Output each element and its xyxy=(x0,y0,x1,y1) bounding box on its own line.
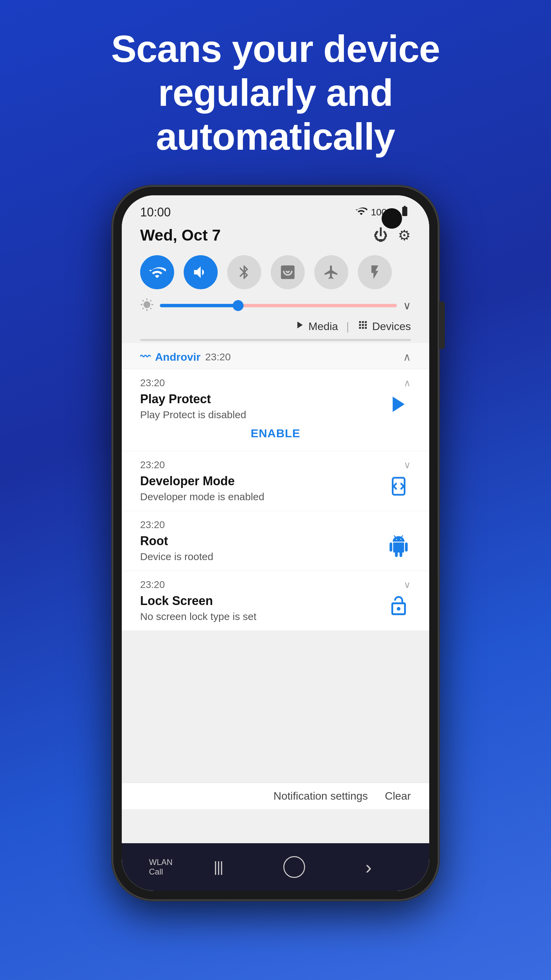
notif-root-content: Root Device is rooted xyxy=(140,534,411,563)
toggle-wifi[interactable] xyxy=(140,255,174,289)
notif-lock-chevron-down[interactable]: ∨ xyxy=(404,579,411,590)
notification-settings-button[interactable]: Notification settings xyxy=(273,790,368,802)
brightness-track[interactable] xyxy=(160,304,397,307)
media-devices-separator: | xyxy=(346,320,349,333)
brightness-icon xyxy=(140,298,154,313)
wifi-icon xyxy=(355,205,367,220)
androvir-app-name: Androvir xyxy=(155,351,200,363)
date-actions: ⏻ ⚙ xyxy=(373,227,411,243)
media-label: Media xyxy=(308,320,338,333)
phone-screen: 10:00 100% Wed, Oct 7 ⏻ ⚙ xyxy=(122,195,429,891)
devices-button[interactable]: Devices xyxy=(357,319,411,334)
notif-play-protect-text: Play Protect Play Protect is disabled xyxy=(140,392,381,421)
notif-lock-header: 23:20 ∨ xyxy=(140,579,411,590)
headline: Scans your deviceregularly andautomatica… xyxy=(91,27,460,159)
notifications-divider xyxy=(140,339,411,341)
notif-root-desc: Device is rooted xyxy=(140,551,381,563)
notif-developer-desc: Developer mode is enabled xyxy=(140,491,381,503)
notif-root-header: 23:20 xyxy=(140,519,411,530)
notif-lock-icon xyxy=(386,594,411,618)
media-devices-row: Media | Devices xyxy=(122,316,429,337)
androvir-group-time: 23:20 xyxy=(205,351,230,363)
enable-button[interactable]: Enable xyxy=(251,427,300,440)
nav-back-button[interactable]: ‹ xyxy=(365,856,372,878)
phone-mockup: 10:00 100% Wed, Oct 7 ⏻ ⚙ xyxy=(112,186,439,900)
notif-developer-title: Developer Mode xyxy=(140,474,381,488)
notif-developer-chevron-down[interactable]: ∨ xyxy=(404,460,411,471)
brightness-expand-icon[interactable]: ∨ xyxy=(403,299,411,312)
toggle-airplane[interactable] xyxy=(314,255,348,289)
notif-lock-desc: No screen lock type is set xyxy=(140,611,381,622)
brightness-bar: ∨ xyxy=(122,295,429,316)
notifications-area: 〰 Androvir 23:20 ∧ 23:20 ∧ Play Protect … xyxy=(122,343,429,631)
toggle-nfc[interactable] xyxy=(271,255,305,289)
notif-play-protect-chevron-up[interactable]: ∧ xyxy=(404,377,411,388)
notif-developer-time: 23:20 xyxy=(140,460,165,471)
media-button[interactable]: Media xyxy=(294,319,338,334)
quick-toggles xyxy=(122,251,429,295)
notif-play-protect-content: Play Protect Play Protect is disabled xyxy=(140,392,411,421)
media-play-icon xyxy=(294,319,305,334)
notif-bottom-bar: Notification settings Clear xyxy=(122,783,429,809)
notif-lock-screen: 23:20 ∨ Lock Screen No screen lock type … xyxy=(122,571,429,631)
notif-lock-time: 23:20 xyxy=(140,579,165,590)
notif-developer-header: 23:20 ∨ xyxy=(140,460,411,471)
nav-recents-button[interactable]: ||| xyxy=(214,859,223,875)
notif-play-protect-title: Play Protect xyxy=(140,392,381,406)
toggle-bluetooth[interactable] xyxy=(227,255,261,289)
power-icon[interactable]: ⏻ xyxy=(373,227,388,243)
navigation-bar: WLAN Call ||| ‹ xyxy=(122,843,429,891)
notif-group-header[interactable]: 〰 Androvir 23:20 ∧ xyxy=(122,343,429,369)
notif-play-protect-header: 23:20 ∧ xyxy=(140,377,411,388)
notif-group-title: 〰 Androvir 23:20 xyxy=(140,351,230,363)
notif-developer-text: Developer Mode Developer mode is enabled xyxy=(140,474,381,503)
headline-text: Scans your deviceregularly andautomatica… xyxy=(111,27,440,158)
camera-hole xyxy=(382,208,402,229)
notif-developer-icon xyxy=(386,474,411,498)
notif-root-time: 23:20 xyxy=(140,519,165,530)
notif-root-icon xyxy=(386,534,411,558)
status-time: 10:00 xyxy=(140,205,171,220)
settings-icon[interactable]: ⚙ xyxy=(398,227,411,243)
notif-play-protect-time: 23:20 xyxy=(140,377,165,388)
notif-root-text: Root Device is rooted xyxy=(140,534,381,563)
devices-label: Devices xyxy=(372,320,411,333)
brightness-thumb xyxy=(233,300,243,311)
devices-grid-icon xyxy=(357,319,369,334)
notif-play-protect: 23:20 ∧ Play Protect Play Protect is dis… xyxy=(122,369,429,451)
nav-home-button[interactable] xyxy=(283,856,305,878)
toggle-flashlight[interactable] xyxy=(358,255,392,289)
notif-play-protect-desc: Play Protect is disabled xyxy=(140,409,381,421)
wlan-call-label: WLAN Call xyxy=(149,858,183,877)
notif-lock-content: Lock Screen No screen lock type is set xyxy=(140,594,411,622)
svg-marker-0 xyxy=(393,397,405,412)
date-text: Wed, Oct 7 xyxy=(140,226,221,244)
notif-play-protect-icon xyxy=(386,392,411,417)
notif-play-protect-action-row: Enable xyxy=(140,421,411,443)
group-collapse-icon[interactable]: ∧ xyxy=(403,350,411,363)
androvir-wave-icon: 〰 xyxy=(140,351,150,363)
toggle-sound[interactable] xyxy=(184,255,218,289)
date-bar: Wed, Oct 7 ⏻ ⚙ xyxy=(122,223,429,251)
notif-lock-text: Lock Screen No screen lock type is set xyxy=(140,594,381,622)
notif-developer-content: Developer Mode Developer mode is enabled xyxy=(140,474,411,503)
notif-root-title: Root xyxy=(140,534,381,548)
notif-root: 23:20 Root Device is rooted xyxy=(122,511,429,571)
notif-developer-mode: 23:20 ∨ Developer Mode Developer mode is… xyxy=(122,451,429,511)
clear-notifications-button[interactable]: Clear xyxy=(385,790,411,802)
notif-lock-title: Lock Screen xyxy=(140,594,381,608)
